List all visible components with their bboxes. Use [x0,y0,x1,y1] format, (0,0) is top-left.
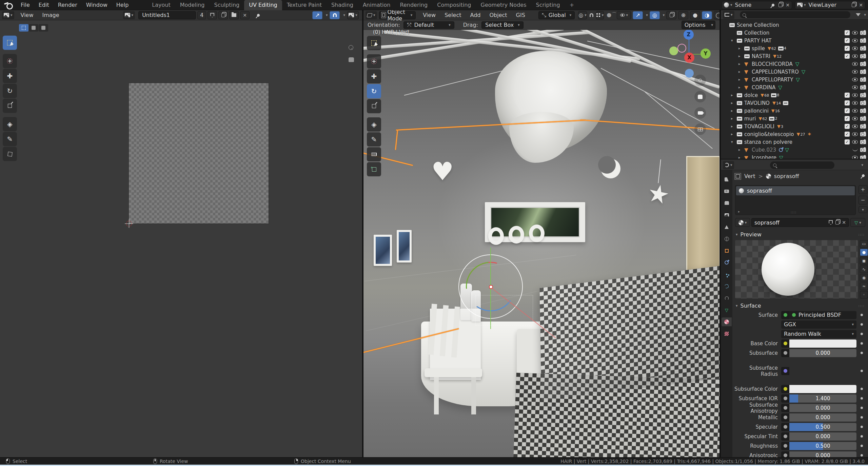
outliner-row[interactable]: ▸NASTRI▼12✓ [721,52,868,60]
add-cube-tool[interactable]: ＋ [367,162,381,176]
properties-tab-object[interactable] [722,246,732,255]
node-socket[interactable] [781,311,789,319]
node-socket[interactable] [781,432,789,441]
outliner-row[interactable]: ▸TOVAGLIOLI▼3✓ [721,122,868,130]
animate-dot[interactable] [861,407,863,409]
check-toggle[interactable]: ✓ [845,116,850,121]
scene-selector[interactable]: ▾ Scene ✕ [722,1,792,9]
animate-dot[interactable] [861,454,863,457]
editor-type-button[interactable]: ▾ [723,161,734,169]
outliner-row[interactable]: ▾PARTY HAT✓ [721,37,868,44]
slider-field[interactable]: 0.000 [789,404,856,412]
navigation-gizmo[interactable]: Z Y X [669,29,710,70]
outliner-item-label[interactable]: stanza con polvere [744,139,792,145]
node-socket[interactable] [781,349,789,357]
check-toggle[interactable]: ✓ [845,139,850,144]
proportional-edit-button[interactable]: ▾ [596,11,604,19]
outliner-row[interactable]: ▸▼CAPPELLOPARTY▽ [721,76,868,83]
node-field[interactable]: Principled BSDF [789,311,856,319]
eye-toggle[interactable] [852,39,858,42]
cam-toggle[interactable] [860,140,866,144]
material-slot-item[interactable]: soprasoff [736,186,855,195]
axis-x-ball[interactable]: X [684,53,694,63]
node-socket[interactable] [781,442,789,450]
animate-dot[interactable] [861,370,863,372]
outliner-item-label[interactable]: palloncini [744,108,769,114]
outliner-row[interactable]: ▸▼BLOCCHICORDA▽ [721,60,868,68]
eye-toggle[interactable] [852,46,858,50]
outliner-row[interactable]: Scene Collection [721,21,868,29]
workspace-tab-animation[interactable]: Animation [358,0,395,10]
uv-select-mode-vertex[interactable] [19,24,28,32]
expand-icon[interactable]: ▾ [731,140,737,144]
unlink-image-button[interactable]: ✕ [240,11,250,19]
eye-toggle[interactable] [852,31,858,35]
outliner-item-label[interactable]: Cube.023 [752,147,776,153]
workspace-tab-modeling[interactable]: Modeling [175,0,210,10]
surface-panel-header[interactable]: ▾Surface :::: [732,301,868,310]
outliner-row[interactable]: ▸▼Icosphere▽ [721,154,868,159]
open-image-button[interactable] [229,11,239,19]
cam-toggle[interactable] [860,46,866,51]
material-name-field[interactable]: soprasoff ✕ [751,218,849,227]
scene-name[interactable]: Scene [735,2,769,8]
select-field[interactable]: Random Walk▾ [781,330,856,338]
param-widget[interactable] [781,385,856,393]
properties-search-input[interactable] [770,161,834,169]
expand-icon[interactable]: ▸ [738,77,744,82]
workspace-tab-layout[interactable]: Layout [147,0,175,10]
workspace-tab-rendering[interactable]: Rendering [395,0,433,10]
properties-tab-view-layer[interactable] [722,211,732,219]
expand-icon[interactable]: ▸ [738,85,744,90]
eye-toggle[interactable] [852,70,858,74]
close-icon[interactable]: ✕ [859,2,863,8]
preview-type-shaderball[interactable]: ◉ [860,274,868,281]
outliner-item-label[interactable]: spille [752,45,765,52]
duplicate-icon[interactable] [835,220,839,225]
new-scene-icon[interactable] [778,3,782,7]
outliner-row[interactable]: ▸dolce▼688✓ [721,91,868,99]
outliner-row[interactable]: ▸▼Cube.023▽ [721,146,868,154]
transform-tool[interactable]: ◈ [3,117,17,131]
scale-tool[interactable] [3,99,17,113]
remove-slot-button[interactable]: − [859,196,867,205]
eye-toggle[interactable] [852,124,858,128]
viewport-menu-object[interactable]: Object [485,12,511,18]
transform-orientation-dropdown[interactable]: ⤡Global▾ [538,11,575,19]
menu-window[interactable]: Window [82,2,112,8]
slider-field[interactable]: 0.000 [789,413,856,422]
preview-type-cloth[interactable]: ≈ [860,283,868,290]
uv-select-mode-face[interactable] [39,24,48,32]
viewport-menu-view[interactable]: View [418,12,440,18]
outliner-item-label[interactable]: Collection [744,30,769,36]
animate-dot[interactable] [861,314,863,316]
animate-dot[interactable] [861,416,863,419]
select-box-tool[interactable] [367,36,381,50]
param-widget[interactable]: 1.400 [781,394,856,403]
eye-closed-toggle[interactable] [852,148,858,151]
workspace-tab-texture-paint[interactable]: Texture Paint [282,0,327,10]
expand-icon[interactable]: ▸ [731,101,737,105]
animate-dot[interactable] [861,445,863,447]
browse-material-button[interactable]: ▾ [735,218,750,227]
viewlayer-selector[interactable]: ▾ ViewLayer ✕ [795,1,865,9]
node-socket[interactable] [781,413,789,422]
drag-dropdown[interactable]: Select Box▾ [481,21,524,29]
node-socket[interactable] [781,451,789,458]
outliner-row[interactable]: ▸▼CORDINA▽ [721,83,868,91]
add-workspace-button[interactable]: + [565,0,579,10]
cam-toggle[interactable] [860,124,866,129]
image-users-button[interactable]: 4 [197,11,206,19]
options-dropdown[interactable]: Options▾ [682,21,715,29]
cam-toggle[interactable] [860,54,866,58]
node-socket[interactable] [781,423,789,431]
cursor-tool[interactable] [3,54,17,68]
annotate-tool[interactable]: ✎ [3,132,17,146]
outliner-item-label[interactable]: CAPPELLONASTRO [752,69,799,75]
animate-dot[interactable] [861,342,863,345]
preview-type-flat[interactable]: ▭ [860,240,868,248]
pin-icon[interactable] [861,174,865,177]
check-toggle[interactable]: ✓ [845,124,850,129]
properties-tab-texture[interactable] [722,329,732,338]
expand-icon[interactable]: ▸ [738,46,744,51]
